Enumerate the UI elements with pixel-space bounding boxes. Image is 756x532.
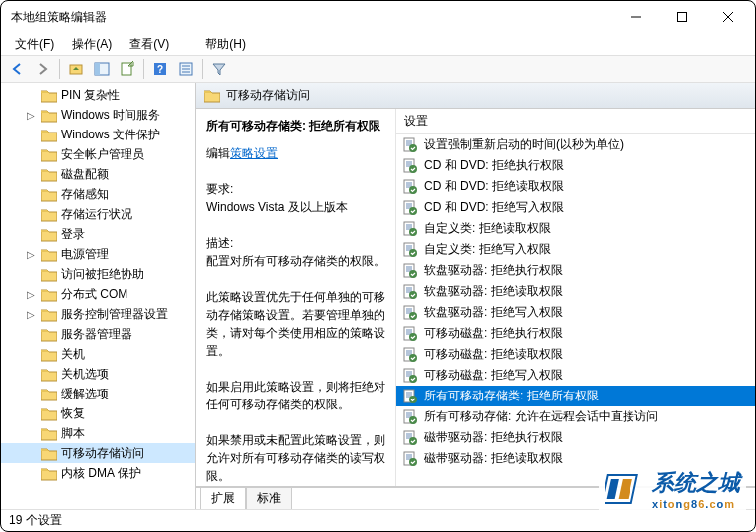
tree-item-label: 存储运行状况 bbox=[61, 206, 132, 223]
list-item[interactable]: 可移动磁盘: 拒绝执行权限 bbox=[396, 323, 755, 344]
list-item[interactable]: 可移动磁盘: 拒绝写入权限 bbox=[396, 365, 755, 386]
menu-item[interactable]: 操作(A) bbox=[64, 34, 120, 55]
list-item[interactable]: 软盘驱动器: 拒绝写入权限 bbox=[396, 302, 755, 323]
policy-icon bbox=[402, 200, 418, 216]
policy-icon bbox=[402, 368, 418, 384]
tab[interactable]: 扩展 bbox=[200, 488, 246, 510]
tree-item[interactable]: 服务器管理器 bbox=[1, 324, 196, 344]
export-button[interactable] bbox=[116, 57, 139, 81]
list-item[interactable]: 可移动磁盘: 拒绝读取权限 bbox=[396, 344, 755, 365]
tree-item-label: 缓解选项 bbox=[61, 386, 109, 402]
tree-item[interactable]: 登录 bbox=[1, 224, 196, 244]
tree-item[interactable]: 可移动存储访问 bbox=[1, 443, 196, 463]
expander-icon[interactable]: ▷ bbox=[25, 309, 37, 320]
folder-icon bbox=[41, 248, 57, 261]
forward-button[interactable] bbox=[31, 57, 55, 81]
tab[interactable]: 标准 bbox=[246, 488, 292, 510]
tree-item[interactable]: 安全帐户管理员 bbox=[1, 144, 196, 164]
show-hide-tree-button[interactable] bbox=[90, 57, 114, 81]
settings-list[interactable]: 设置 设置强制重新启动的时间(以秒为单位)CD 和 DVD: 拒绝执行权限CD … bbox=[395, 109, 755, 486]
close-button[interactable] bbox=[705, 2, 751, 32]
tree-item-label: 访问被拒绝协助 bbox=[61, 266, 144, 283]
folder-icon bbox=[41, 447, 57, 460]
folder-icon bbox=[41, 407, 57, 420]
minimize-button[interactable] bbox=[614, 2, 659, 32]
list-item[interactable]: 自定义类: 拒绝读取权限 bbox=[396, 218, 755, 239]
folder-icon bbox=[41, 328, 57, 341]
tree-item[interactable]: 脚本 bbox=[1, 423, 196, 443]
folder-icon bbox=[41, 148, 57, 161]
tree-item[interactable]: PIN 复杂性 bbox=[1, 85, 196, 105]
list-item-label: 可移动磁盘: 拒绝写入权限 bbox=[424, 367, 563, 384]
list-item[interactable]: CD 和 DVD: 拒绝执行权限 bbox=[396, 155, 755, 176]
list-item[interactable]: CD 和 DVD: 拒绝读取权限 bbox=[396, 176, 755, 197]
folder-icon bbox=[204, 89, 220, 102]
folder-icon bbox=[41, 388, 57, 400]
policy-icon bbox=[402, 137, 418, 153]
up-button[interactable] bbox=[64, 57, 88, 81]
window: 本地组策略编辑器 文件(F)操作(A)查看(V)帮助(H) ? PIN 复杂性▷… bbox=[0, 0, 756, 532]
svg-point-28 bbox=[409, 186, 417, 194]
list-item[interactable]: 设置强制重新启动的时间(以秒为单位) bbox=[396, 134, 755, 155]
back-button[interactable] bbox=[5, 57, 29, 81]
help-button[interactable]: ? bbox=[148, 57, 172, 81]
pane-header: 可移动存储访问 bbox=[196, 83, 755, 109]
edit-policy-line: 编辑策略设置 bbox=[206, 144, 385, 162]
watermark-logo-icon bbox=[605, 469, 644, 509]
list-item-label: 磁带驱动器: 拒绝执行权限 bbox=[424, 429, 563, 446]
list-column-header[interactable]: 设置 bbox=[396, 109, 755, 134]
menu-item[interactable]: 帮助(H) bbox=[197, 34, 254, 55]
list-item-label: 软盘驱动器: 拒绝写入权限 bbox=[424, 304, 563, 321]
folder-icon bbox=[41, 467, 57, 480]
tree-item[interactable]: 关机选项 bbox=[1, 364, 196, 384]
svg-point-73 bbox=[409, 375, 417, 383]
folder-icon bbox=[41, 109, 57, 122]
properties-button[interactable] bbox=[174, 57, 198, 81]
menu-item[interactable]: 查看(V) bbox=[122, 34, 177, 55]
maximize-button[interactable] bbox=[659, 2, 705, 32]
tree-item[interactable]: Windows 文件保护 bbox=[1, 125, 196, 144]
tree-item-label: 关机 bbox=[61, 346, 85, 363]
tree-item[interactable]: 关机 bbox=[1, 344, 196, 364]
expander-icon[interactable]: ▷ bbox=[25, 289, 37, 300]
menu-item[interactable]: 文件(F) bbox=[7, 34, 62, 55]
list-item[interactable]: 软盘驱动器: 拒绝读取权限 bbox=[396, 281, 755, 302]
tree-item[interactable]: 内核 DMA 保护 bbox=[1, 463, 196, 483]
list-item[interactable]: 软盘驱动器: 拒绝执行权限 bbox=[396, 260, 755, 281]
tree-item[interactable]: ▷分布式 COM bbox=[1, 284, 196, 304]
tree-item[interactable]: 存储感知 bbox=[1, 184, 196, 204]
svg-text:?: ? bbox=[157, 64, 163, 75]
tree-item[interactable]: 恢复 bbox=[1, 403, 196, 423]
svg-point-33 bbox=[409, 207, 417, 215]
status-text: 19 个设置 bbox=[9, 512, 62, 529]
policy-title: 所有可移动存储类: 拒绝所有权限 bbox=[206, 117, 385, 134]
watermark: 系统之城 xitong86.com bbox=[599, 464, 746, 514]
list-item[interactable]: 所有可移动存储: 允许在远程会话中直接访问 bbox=[396, 406, 755, 427]
tree-item[interactable]: 存储运行状况 bbox=[1, 204, 196, 224]
pane-body: 所有可移动存储类: 拒绝所有权限 编辑策略设置 要求: Windows Vist… bbox=[196, 109, 755, 487]
folder-icon bbox=[41, 348, 57, 361]
folder-icon bbox=[41, 308, 57, 321]
expander-icon[interactable]: ▷ bbox=[25, 249, 37, 260]
list-item[interactable]: CD 和 DVD: 拒绝写入权限 bbox=[396, 197, 755, 218]
list-item-label: 设置强制重新启动的时间(以秒为单位) bbox=[424, 136, 624, 153]
tree-item[interactable]: 访问被拒绝协助 bbox=[1, 264, 196, 284]
tree-item[interactable]: 磁盘配额 bbox=[1, 164, 196, 184]
list-item[interactable]: 磁带驱动器: 拒绝执行权限 bbox=[396, 427, 755, 448]
policy-detail: 所有可移动存储类: 拒绝所有权限 编辑策略设置 要求: Windows Vist… bbox=[196, 109, 395, 486]
svg-rect-96 bbox=[619, 479, 632, 499]
expander-icon[interactable]: ▷ bbox=[25, 110, 37, 121]
filter-button[interactable] bbox=[207, 57, 231, 81]
list-item[interactable]: 自定义类: 拒绝写入权限 bbox=[396, 239, 755, 260]
edit-policy-link[interactable]: 策略设置 bbox=[230, 146, 278, 160]
tree-item[interactable]: ▷Windows 时间服务 bbox=[1, 105, 196, 125]
svg-point-93 bbox=[409, 458, 417, 466]
list-item[interactable]: 所有可移动存储类: 拒绝所有权限 bbox=[396, 386, 755, 406]
policy-icon bbox=[402, 179, 418, 195]
tree-item[interactable]: ▷服务控制管理器设置 bbox=[1, 304, 196, 324]
list-item-label: 所有可移动存储类: 拒绝所有权限 bbox=[424, 388, 599, 404]
navigation-tree[interactable]: PIN 复杂性▷Windows 时间服务Windows 文件保护安全帐户管理员磁… bbox=[1, 83, 196, 509]
policy-icon bbox=[402, 305, 418, 321]
tree-item[interactable]: ▷电源管理 bbox=[1, 244, 196, 264]
tree-item[interactable]: 缓解选项 bbox=[1, 384, 196, 403]
